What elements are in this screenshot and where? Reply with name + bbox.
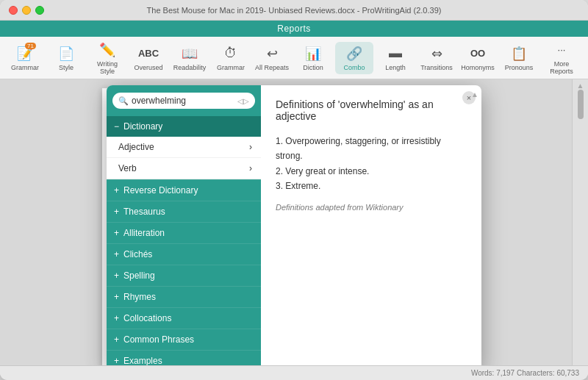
pronouns-icon: 📋 [510,45,528,62]
modal-scroll-up[interactable]: ▲ [471,91,478,98]
common-phrases-label: Common Phrases [123,334,194,345]
modal-scroll-area: ▲ [471,91,478,98]
grammar2-icon: ⏱ [222,45,240,62]
common-phrases-section[interactable]: + Common Phrases [107,329,261,350]
toolbar-item-overused[interactable]: ABC Overused [129,42,168,74]
expand-spelling-icon: + [114,270,119,281]
toolbar-item-transitions[interactable]: ⇔ Transitions [417,42,456,74]
spelling-label: Spelling [123,270,155,281]
toolbar: 📝 71 Grammar 📄 Style ✏️ Writing Style AB… [0,37,588,79]
toolbar-item-grammar2[interactable]: ⏱ Grammar [212,42,250,74]
more-icon: ··· [553,41,570,59]
thesaurus-section[interactable]: + Thesaurus [107,201,261,222]
adjective-item[interactable]: Adjective › [107,137,261,158]
allrepeat-label: All Repeats [255,64,289,71]
modal-definition-title: Definitions of 'overwhelming' as an adje… [276,98,467,122]
writing-style-icon: ✏️ [98,41,116,59]
examples-section[interactable]: + Examples [107,350,261,365]
transitions-icon: ⇔ [428,45,445,62]
cliches-section[interactable]: + Clichés [107,243,261,265]
transitions-label: Transitions [420,64,453,71]
adjective-label: Adjective [118,142,154,152]
spelling-section[interactable]: + Spelling [107,265,261,286]
dictionary-section[interactable]: − Dictionary [107,116,261,137]
grammar2-label: Grammar [217,64,245,71]
pronouns-label: Pronouns [505,64,534,71]
word-lookup-modal: 🔍 ◁▷ − Dictionary Adjective › Verb [107,85,481,365]
expand-collocations-icon: + [114,313,119,323]
reports-bar: Reports [0,21,588,37]
homonyms-icon: OO [469,45,487,62]
toolbar-item-pronouns[interactable]: 📋 Pronouns [500,42,538,74]
minimize-button[interactable] [22,6,31,15]
cliches-label: Clichés [123,249,152,259]
definition-1: 1. Overpowering, staggering, or irresist… [276,134,467,164]
verb-item[interactable]: Verb › [107,158,261,179]
toolbar-item-style[interactable]: 📄 Style [47,42,85,74]
readability-icon: 📖 [181,45,198,62]
collapse-icon: − [114,121,119,132]
modal-left-panel: 🔍 ◁▷ − Dictionary Adjective › Verb [107,85,261,365]
diction-icon: 📊 [304,45,322,62]
collocations-section[interactable]: + Collocations [107,307,261,329]
toolbar-item-length[interactable]: ▬ Length [376,42,415,74]
rhymes-label: Rhymes [123,292,156,302]
verb-chevron-icon: › [249,163,252,173]
writing-style-label: Writing Style [90,60,125,75]
toolbar-item-writing-style[interactable]: ✏️ Writing Style [88,38,126,78]
length-icon: ▬ [387,45,404,62]
grammar-label: Grammar [11,64,39,71]
expand-cliches-icon: + [114,249,119,259]
expand-alliteration-icon: + [114,228,119,238]
expand-common-phrases-icon: + [114,334,119,345]
readability-label: Readability [173,64,207,71]
overused-label: Overused [135,64,163,71]
word-search-input[interactable] [132,96,234,106]
definition-source: Definitions adapted from Wiktionary [276,203,467,212]
dictionary-label: Dictionary [123,121,162,132]
window-title: The Best Mouse for Mac in 2019- Unbiased… [147,6,442,15]
expand-examples-icon: + [114,356,119,365]
modal-right-panel: × ▲ Definitions of 'overwhelming' as an … [261,85,481,365]
toolbar-item-more[interactable]: ··· More Reports [541,38,582,78]
scrollbar-thumb[interactable] [578,90,584,119]
traffic-lights [9,6,44,15]
grammar-icon: 📝 71 [16,45,34,62]
search-clear-icon[interactable]: ◁▷ [237,97,249,105]
scroll-up-arrow[interactable]: ▲ [577,82,584,90]
reverse-dictionary-label: Reverse Dictionary [123,185,198,196]
thesaurus-label: Thesaurus [123,207,165,217]
right-scrollbar[interactable]: ▲ [572,79,588,365]
rhymes-section[interactable]: + Rhymes [107,286,261,307]
length-label: Length [385,64,406,71]
modal-search-box[interactable]: 🔍 ◁▷ [112,93,255,109]
toolbar-item-grammar[interactable]: 📝 71 Grammar [6,42,44,74]
status-bar: Words: 7,197 Characters: 60,733 [0,365,588,380]
toolbar-item-homonyms[interactable]: OO Homonyms [459,42,497,74]
main-area: bility one nd wi ct ▲ [0,79,588,365]
definition-3: 3. Extreme. [276,179,467,193]
expand-rhymes-icon: + [114,292,119,302]
definitions-list: 1. Overpowering, staggering, or irresist… [276,134,467,194]
reports-label: Reports [277,24,311,34]
alliteration-label: Alliteration [123,228,165,238]
toolbar-item-diction[interactable]: 📊 Diction [294,42,332,74]
adjective-chevron-icon: › [249,142,252,152]
toolbar-item-combo[interactable]: 🔗 Combo [335,42,373,74]
combo-label: Combo [344,64,365,71]
reverse-dictionary-section[interactable]: + Reverse Dictionary [107,179,261,201]
homonyms-label: Homonyms [461,64,495,71]
toolbar-item-allrepeat[interactable]: ↩ All Repeats [253,42,291,74]
close-button[interactable] [9,6,18,15]
grammar-badge: 71 [25,43,36,49]
collocations-label: Collocations [123,313,171,323]
alliteration-section[interactable]: + Alliteration [107,222,261,243]
maximize-button[interactable] [35,6,44,15]
expand-thesaurus-icon: + [114,207,119,217]
expand-reverse-icon: + [114,185,119,196]
combo-icon: 🔗 [345,45,363,62]
toolbar-item-readability[interactable]: 📖 Readability [171,42,209,74]
allrepeat-icon: ↩ [263,45,281,62]
overused-icon: ABC [140,45,157,62]
word-count: Words: 7,197 Characters: 60,733 [471,369,579,377]
